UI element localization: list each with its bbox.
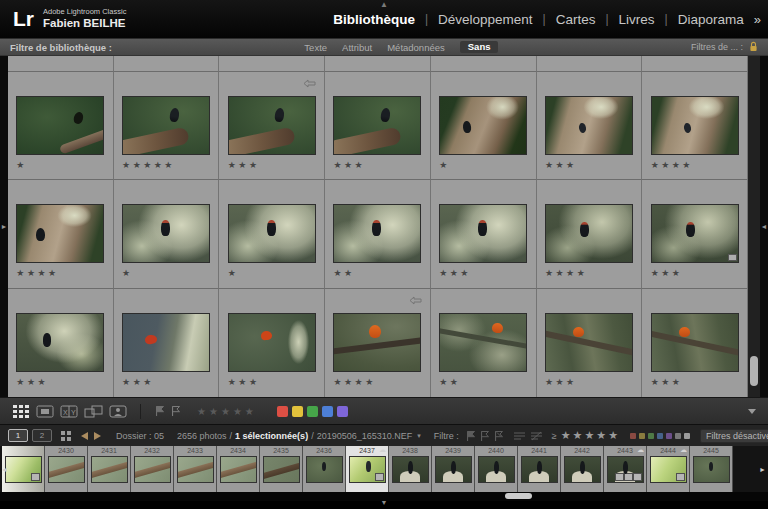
filmstrip-thumbnail[interactable] [349, 456, 386, 483]
module-developpement[interactable]: Développement [438, 12, 533, 27]
color-label-button-2[interactable] [307, 406, 318, 417]
flag-reject-filter-icon[interactable] [493, 430, 504, 442]
module-diaporama[interactable]: Diaporama [678, 12, 744, 27]
filmstrip-scroll-right-arrow[interactable]: ► [759, 466, 766, 473]
left-panel-rail[interactable]: ► [0, 56, 8, 397]
star-rating[interactable]: ★★★ [122, 377, 210, 387]
filmstrip-cell[interactable]: 2443☁ [604, 446, 647, 492]
module-bibliotheque[interactable]: Bibliothèque [333, 12, 415, 27]
module-overflow-chevron[interactable]: » [754, 12, 761, 27]
filter-tab-sans[interactable]: Sans [460, 41, 499, 53]
star-rating[interactable]: ★★★ [228, 160, 316, 170]
compare-view-icon[interactable]: XY [60, 405, 78, 418]
photo-thumbnail[interactable] [16, 313, 104, 372]
filmstrip-thumbnail[interactable] [478, 456, 515, 483]
grid-cell[interactable]: ★★★ [325, 72, 431, 180]
filter-preset-dropdown[interactable]: Filtres désactivés [700, 429, 768, 443]
top-panel-collapse-arrow[interactable]: ▲ [380, 0, 388, 9]
photo-thumbnail[interactable] [228, 204, 316, 263]
rating-stars[interactable]: ★★★★★ [197, 406, 257, 417]
filmstrip-thumbnail[interactable] [607, 456, 644, 483]
star-rating[interactable]: ★ [228, 268, 316, 278]
grid-scrollbar[interactable] [748, 56, 760, 397]
rating-filter-stars[interactable]: ★★★★★ [561, 429, 620, 442]
star-rating[interactable]: ★ [122, 268, 210, 278]
filmstrip-thumbnail[interactable] [693, 456, 730, 483]
star-rating[interactable]: ★ [16, 160, 104, 170]
photo-thumbnail[interactable] [545, 313, 633, 372]
right-panel-rail[interactable]: ◄ [760, 56, 768, 397]
star-rating[interactable]: ★★ [439, 377, 527, 387]
photo-thumbnail[interactable] [333, 204, 421, 263]
grid-cell[interactable]: ★★★ [219, 72, 325, 180]
photo-thumbnail[interactable] [122, 96, 210, 155]
filmstrip-cell[interactable]: 2444☁ [647, 446, 690, 492]
filmstrip-cell[interactable]: 2436 [303, 446, 346, 492]
photo-thumbnail[interactable] [439, 204, 527, 263]
flag-unflagged-filter-icon[interactable] [479, 430, 490, 442]
edited-filter-icon[interactable] [513, 431, 526, 441]
color-label-button-1[interactable] [292, 406, 303, 417]
main-window-button[interactable]: 1 [8, 429, 28, 442]
star-rating[interactable]: ★★★ [333, 160, 421, 170]
grid-view-shortcut-icon[interactable] [61, 431, 71, 441]
photo-thumbnail[interactable] [228, 313, 316, 372]
filmstrip-cell[interactable]: 2440 [475, 446, 518, 492]
filmstrip-thumbnail[interactable] [48, 456, 85, 483]
filmstrip-thumbnail[interactable] [564, 456, 601, 483]
grid-cell[interactable]: ★★ [325, 180, 431, 288]
filmstrip-cell[interactable]: 2445 [690, 446, 733, 492]
color-filter-dot-2[interactable] [648, 433, 654, 439]
source-folder-label[interactable]: Dossier : 05 [116, 431, 164, 441]
toolbar-options-chevron-icon[interactable] [748, 409, 756, 414]
filter-tab-texte[interactable]: Texte [304, 42, 327, 53]
grid-cell[interactable]: ★★★ [8, 289, 114, 397]
filmstrip-scrollbar-thumb[interactable] [505, 493, 532, 499]
photo-thumbnail[interactable] [439, 96, 527, 155]
photo-thumbnail[interactable] [228, 96, 316, 155]
grid-cell[interactable]: ★ [431, 72, 537, 180]
star-rating[interactable]: ★★★★ [16, 268, 104, 278]
star-rating[interactable]: ★★★ [651, 377, 739, 387]
grid-cell[interactable]: ★★★ [537, 289, 643, 397]
filter-tab-attribut[interactable]: Attribut [342, 42, 372, 53]
grid-cell[interactable]: ★★ [431, 289, 537, 397]
star-rating[interactable]: ★★★★ [545, 268, 633, 278]
grid-cell[interactable]: ★★★★ [537, 180, 643, 288]
star-rating[interactable]: ★★★★ [651, 160, 739, 170]
star-rating[interactable]: ★★★ [228, 377, 316, 387]
color-filter-dot-0[interactable] [630, 433, 636, 439]
filmstrip-thumbnail[interactable] [263, 456, 300, 483]
photo-thumbnail[interactable] [16, 96, 104, 155]
photo-thumbnail[interactable] [333, 96, 421, 155]
color-label-button-3[interactable] [322, 406, 333, 417]
left-panel-collapse-arrow[interactable]: ► [1, 223, 8, 230]
selection-status[interactable]: 2656 photos / 1 sélectionnée(s) / 201905… [177, 431, 421, 441]
grid-cell[interactable]: ★★★★★ [114, 72, 220, 180]
photo-thumbnail[interactable] [122, 313, 210, 372]
grid-cell[interactable]: ★★★ [219, 289, 325, 397]
grid-cell[interactable]: ★ [114, 180, 220, 288]
lock-icon[interactable] [749, 41, 758, 54]
right-panel-collapse-arrow[interactable]: ◄ [761, 223, 768, 230]
grid-cell[interactable]: ★ [219, 180, 325, 288]
color-filter-dot-4[interactable] [666, 433, 672, 439]
unedited-filter-icon[interactable] [530, 431, 543, 441]
filmstrip-thumbnail[interactable] [91, 456, 128, 483]
people-view-icon[interactable] [109, 405, 127, 418]
star-rating[interactable]: ★★★ [439, 268, 527, 278]
second-window-button[interactable]: 2 [32, 429, 52, 442]
filmstrip-thumbnail[interactable] [220, 456, 257, 483]
photo-thumbnail[interactable] [439, 313, 527, 372]
star-rating[interactable]: ★★★★ [333, 377, 421, 387]
star-rating[interactable]: ★★★ [545, 377, 633, 387]
next-photo-arrow-icon[interactable] [94, 432, 101, 440]
grid-cell[interactable]: ★ [8, 72, 114, 180]
filmstrip-thumbnail[interactable] [134, 456, 171, 483]
survey-view-icon[interactable] [84, 405, 103, 418]
color-filter-dot-1[interactable] [639, 433, 645, 439]
photo-thumbnail[interactable] [545, 204, 633, 263]
star-rating[interactable]: ★★★★★ [122, 160, 210, 170]
filmstrip-cell[interactable]: 2438 [389, 446, 432, 492]
grid-cell[interactable]: ★★★ [537, 72, 643, 180]
